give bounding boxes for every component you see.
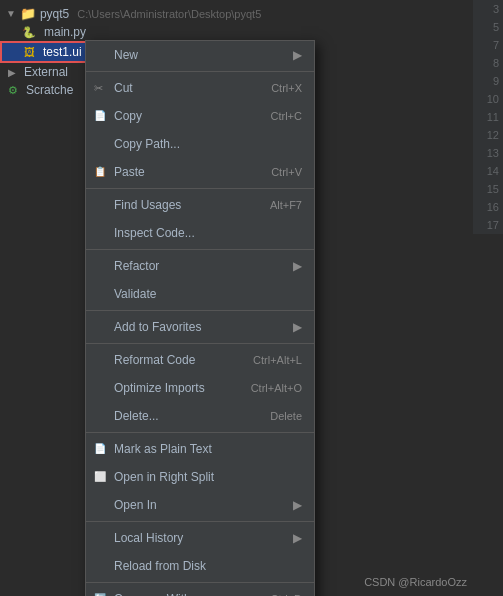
menu-item-refactor[interactable]: Refactor ▶ [86, 252, 314, 280]
python-icon: 🐍 [22, 26, 36, 39]
tree-scratch-label: Scratche [26, 83, 73, 97]
paste-label: Paste [114, 162, 145, 182]
menu-item-paste[interactable]: 📋 Paste Ctrl+V [86, 158, 314, 186]
mark-icon: 📄 [94, 439, 106, 459]
menu-item-copy-path[interactable]: Copy Path... [86, 130, 314, 158]
reformat-shortcut: Ctrl+Alt+L [229, 350, 302, 370]
separator-2 [86, 188, 314, 189]
copy-shortcut: Ctrl+C [247, 106, 302, 126]
context-menu: New ▶ ✂ Cut Ctrl+X 📄 Copy Ctrl+C Copy Pa… [85, 40, 315, 596]
new-label: New [114, 45, 138, 65]
separator-6 [86, 432, 314, 433]
delete-shortcut: Delete [246, 406, 302, 426]
open-in-label: Open In [114, 495, 157, 515]
arrow-icon: ▶ [293, 45, 302, 65]
delete-label: Delete... [114, 406, 159, 426]
cut-shortcut: Ctrl+X [247, 78, 302, 98]
cut-icon: ✂ [94, 78, 103, 98]
menu-item-validate[interactable]: Validate [86, 280, 314, 308]
optimize-shortcut: Ctrl+Alt+O [227, 378, 302, 398]
open-split-label: Open in Right Split [114, 467, 214, 487]
chevron-right-icon: ▶ [8, 67, 16, 78]
menu-item-local-history[interactable]: Local History ▶ [86, 524, 314, 552]
refactor-arrow-icon: ▶ [293, 256, 302, 276]
menu-item-cut[interactable]: ✂ Cut Ctrl+X [86, 74, 314, 102]
menu-item-open-split[interactable]: ⬜ Open in Right Split [86, 463, 314, 491]
separator-3 [86, 249, 314, 250]
menu-item-reformat[interactable]: Reformat Code Ctrl+Alt+L [86, 346, 314, 374]
folder-icon: 📁 [20, 6, 36, 21]
compare-with-shortcut: Ctrl+D [247, 589, 302, 596]
inspect-label: Inspect Code... [114, 223, 195, 243]
tree-external-label: External [24, 65, 68, 79]
local-history-arrow-icon: ▶ [293, 528, 302, 548]
find-usages-shortcut: Alt+F7 [246, 195, 302, 215]
ui-icon: 🖼 [24, 46, 35, 58]
menu-item-compare-with[interactable]: 🔄 Compare With... Ctrl+D [86, 585, 314, 596]
menu-item-mark-plain[interactable]: 📄 Mark as Plain Text [86, 435, 314, 463]
menu-item-new[interactable]: New ▶ [86, 41, 314, 69]
split-icon: ⬜ [94, 467, 106, 487]
menu-item-reload-disk[interactable]: Reload from Disk [86, 552, 314, 580]
chevron-down-icon: ▼ [6, 8, 16, 19]
copy-label: Copy [114, 106, 142, 126]
paste-icon: 📋 [94, 162, 106, 182]
open-in-arrow-icon: ▶ [293, 495, 302, 515]
paste-shortcut: Ctrl+V [247, 162, 302, 182]
copy-icon: 📄 [94, 106, 106, 126]
project-root[interactable]: ▼ 📁 pyqt5 C:\Users\Administrator\Desktop… [0, 4, 230, 23]
refactor-label: Refactor [114, 256, 159, 276]
separator-8 [86, 582, 314, 583]
find-usages-label: Find Usages [114, 195, 181, 215]
line-numbers: 3 5 7 8 9 10 11 12 13 14 15 16 17 [473, 0, 503, 234]
optimize-label: Optimize Imports [114, 378, 205, 398]
tree-item-test1-label: test1.ui [43, 45, 82, 59]
menu-item-copy[interactable]: 📄 Copy Ctrl+C [86, 102, 314, 130]
cut-label: Cut [114, 78, 133, 98]
reformat-label: Reformat Code [114, 350, 195, 370]
project-root-label: pyqt5 [40, 7, 69, 21]
tree-item-main-label: main.py [44, 25, 86, 39]
mark-plain-label: Mark as Plain Text [114, 439, 212, 459]
watermark: CSDN @RicardoOzz [364, 576, 467, 588]
add-favorites-label: Add to Favorites [114, 317, 201, 337]
scratch-icon: ⚙ [8, 84, 18, 97]
reload-disk-label: Reload from Disk [114, 556, 206, 576]
compare-icon: 🔄 [94, 589, 106, 596]
separator-7 [86, 521, 314, 522]
menu-item-open-in[interactable]: Open In ▶ [86, 491, 314, 519]
validate-label: Validate [114, 284, 156, 304]
menu-item-find-usages[interactable]: Find Usages Alt+F7 [86, 191, 314, 219]
separator-4 [86, 310, 314, 311]
local-history-label: Local History [114, 528, 183, 548]
project-path: C:\Users\Administrator\Desktop\pyqt5 [77, 8, 261, 20]
compare-with-label: Compare With... [114, 589, 201, 596]
menu-item-inspect[interactable]: Inspect Code... [86, 219, 314, 247]
separator-5 [86, 343, 314, 344]
menu-item-add-favorites[interactable]: Add to Favorites ▶ [86, 313, 314, 341]
menu-item-optimize[interactable]: Optimize Imports Ctrl+Alt+O [86, 374, 314, 402]
favorites-arrow-icon: ▶ [293, 317, 302, 337]
separator-1 [86, 71, 314, 72]
tree-item-main[interactable]: 🐍 main.py [0, 23, 230, 41]
menu-item-delete[interactable]: Delete... Delete [86, 402, 314, 430]
copy-path-label: Copy Path... [114, 134, 180, 154]
